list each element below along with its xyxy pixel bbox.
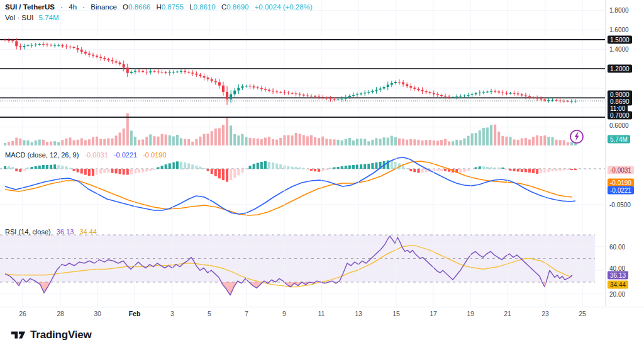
tradingview-logo[interactable]: TradingView — [10, 328, 92, 342]
time-axis-label: 11 — [318, 310, 325, 317]
rsi-name: RSI — [5, 228, 16, 236]
symbol-title[interactable]: SUI / TetherUS — [5, 3, 55, 11]
high-label: H — [156, 3, 161, 11]
price-axis-label: 1.5000 — [608, 36, 632, 44]
high-value: 0.8755 — [162, 3, 184, 11]
rsi-pane[interactable] — [0, 225, 605, 306]
price-pane[interactable] — [0, 0, 605, 147]
rsi-ma-value: 34.44 — [79, 228, 97, 236]
rsi-axis-label: 36.13 — [608, 271, 628, 280]
time-axis-label: 23 — [541, 310, 549, 317]
macd-axis-label: -0.0221 — [608, 186, 634, 195]
time-axis-label: 19 — [467, 310, 474, 317]
macd-legend[interactable]: MACD (close, 12, 26, 9) -0.0031 -0.0221 … — [5, 151, 167, 159]
interval-label[interactable]: 4h — [69, 3, 77, 11]
time-axis-label: 7 — [245, 310, 248, 317]
low-value: 0.8610 — [194, 3, 216, 11]
close-label: C — [221, 3, 226, 11]
symbol-header[interactable]: SUI / TetherUS · 4h · Binance O0.8666 H0… — [5, 3, 313, 11]
macd-hist-value: -0.0031 — [84, 151, 108, 159]
exchange-sep: · — [82, 3, 85, 11]
time-axis-label: 15 — [392, 310, 400, 317]
time-axis-label: 30 — [94, 310, 101, 317]
open-label: O — [123, 3, 128, 11]
open-value: 0.8666 — [128, 3, 150, 11]
time-axis-label: Feb — [129, 310, 141, 317]
time-axis-label: 21 — [504, 310, 511, 317]
price-axis-label: 5.74M — [608, 135, 630, 144]
exchange-label[interactable]: Binance — [91, 3, 117, 11]
time-axis-label: 9 — [282, 310, 286, 317]
macd-signal-value: -0.0190 — [143, 151, 166, 159]
time-axis-label: 25 — [579, 310, 586, 317]
boost-button[interactable] — [569, 129, 584, 144]
time-axis-label: 3 — [170, 310, 174, 317]
time-axis-label: 5 — [208, 310, 211, 317]
time-axis[interactable]: 262830Feb35791113151719212325 — [0, 307, 644, 321]
interval-sep: · — [60, 3, 63, 11]
time-axis-label: 28 — [57, 310, 64, 317]
rsi-legend[interactable]: RSI (14, close) 36.13 34.44 — [5, 228, 97, 236]
lightning-icon — [569, 129, 584, 144]
close-value: 0.8690 — [226, 3, 248, 11]
price-axis-label: 0.6000 — [609, 122, 629, 129]
time-axis-label: 17 — [430, 310, 437, 317]
rsi-axis-label: 20.00 — [609, 291, 625, 298]
macd-name: MACD — [5, 151, 25, 159]
macd-axis-label: -0.0500 — [609, 202, 631, 208]
macd-params: (close, 12, 26, 9) — [27, 151, 79, 159]
price-axis-label: 1.4000 — [609, 46, 629, 53]
volume-label: Vol · SUI — [5, 14, 33, 21]
rsi-axis-label: 34.44 — [608, 281, 628, 289]
rsi-axis-label: 60.00 — [609, 244, 625, 251]
time-axis-label: 26 — [19, 310, 26, 317]
tradingview-mark-icon — [10, 328, 26, 342]
macd-line-value: -0.0221 — [114, 151, 137, 159]
price-axis-label: 1.6000 — [609, 26, 629, 33]
change-value: +0.0024 (+0.28%) — [255, 3, 313, 11]
rsi-value: 36.13 — [57, 228, 74, 236]
volume-value: 5.74M — [39, 14, 59, 21]
price-axis[interactable]: 1.80001.60001.50001.40001.20000.90000.86… — [605, 0, 644, 306]
volume-header[interactable]: Vol · SUI 5.74M — [5, 14, 59, 21]
macd-axis-label: -0.0031 — [608, 166, 634, 174]
price-axis-label: 1.8000 — [609, 7, 629, 14]
price-axis-label: 0.7000 — [608, 111, 632, 120]
chart-window: SUI / TetherUS · 4h · Binance O0.8666 H0… — [0, 0, 644, 347]
price-axis-label: 1.2000 — [608, 65, 632, 73]
tradingview-logo-text: TradingView — [30, 329, 92, 341]
time-axis-label: 13 — [355, 310, 362, 317]
rsi-params: (14, close) — [18, 228, 50, 236]
